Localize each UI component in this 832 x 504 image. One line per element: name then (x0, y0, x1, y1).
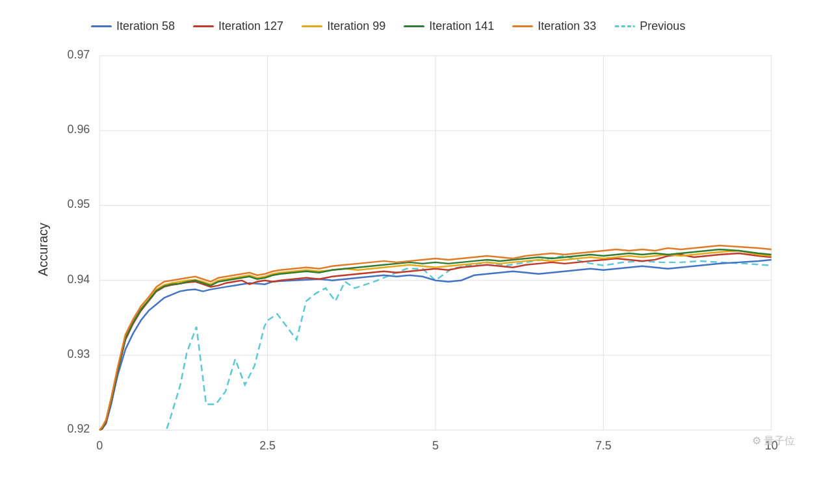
legend-line-141 (404, 25, 424, 27)
legend-label-127: Iteration 127 (218, 19, 283, 33)
legend-line-99 (302, 25, 322, 27)
legend-label-33: Iteration 33 (538, 19, 596, 33)
watermark: ⚙ 量子位 (752, 435, 795, 446)
svg-text:0: 0 (96, 439, 103, 452)
chart-container: Iteration 58 Iteration 127 Iteration 99 … (0, 0, 832, 504)
svg-text:0.94: 0.94 (67, 273, 90, 286)
svg-text:5: 5 (432, 439, 439, 452)
svg-text:0.96: 0.96 (67, 123, 90, 136)
svg-text:2.5: 2.5 (259, 439, 276, 452)
svg-text:0.97: 0.97 (67, 48, 90, 61)
legend-item-33: Iteration 33 (512, 19, 596, 33)
legend-item-previous: Previous (614, 19, 685, 33)
legend-label-58: Iteration 58 (116, 19, 175, 33)
chart-svg: 0.92 0.93 0.94 0.95 0.96 0.97 0 2.5 5 7.… (52, 43, 806, 456)
legend-line-58 (91, 25, 112, 27)
legend-label-141: Iteration 141 (429, 19, 494, 33)
legend-item-58: Iteration 58 (91, 19, 175, 33)
y-axis-label: Accuracy (36, 223, 51, 276)
legend-item-141: Iteration 141 (404, 19, 494, 33)
svg-text:0.95: 0.95 (67, 197, 90, 210)
legend-line-127 (193, 25, 214, 27)
legend-line-previous (614, 25, 635, 27)
legend-label-99: Iteration 99 (327, 19, 385, 33)
chart-area: Accuracy 0.92 0.93 0.94 0.95 (52, 43, 806, 456)
legend-label-previous: Previous (640, 19, 685, 33)
legend-line-33 (512, 25, 533, 27)
legend: Iteration 58 Iteration 127 Iteration 99 … (52, 13, 806, 43)
svg-text:0.93: 0.93 (67, 347, 90, 360)
legend-item-99: Iteration 99 (302, 19, 385, 33)
svg-text:7.5: 7.5 (595, 439, 612, 452)
legend-item-127: Iteration 127 (193, 19, 283, 33)
svg-text:0.92: 0.92 (67, 422, 90, 435)
